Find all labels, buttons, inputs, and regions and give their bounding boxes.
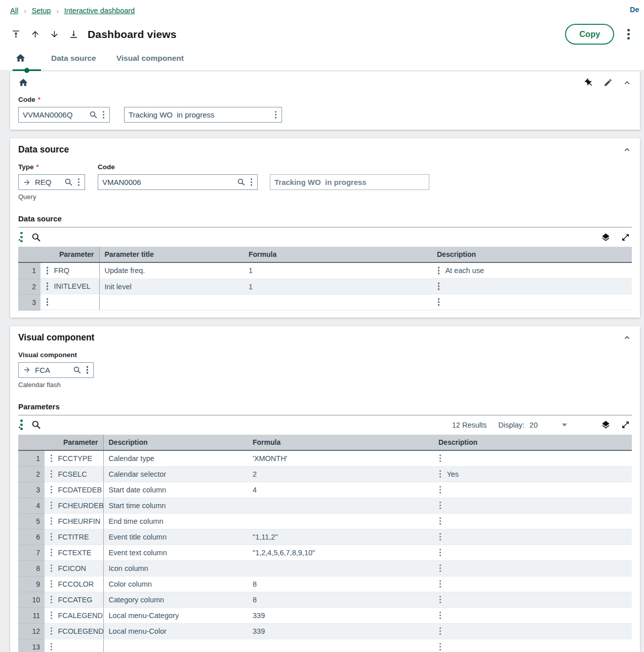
cell-actions-kebab-icon[interactable] [439,489,441,490]
column-header-parameter[interactable]: Parameter [41,247,99,262]
cell-description[interactable] [432,294,632,310]
row-number[interactable]: 3 [18,482,45,498]
cell-title[interactable]: Event text column [103,545,248,561]
row-number[interactable]: 11 [18,608,45,624]
cell-parameter[interactable]: FCTITRE [45,529,103,545]
cell-parameter[interactable]: FCTEXTE [45,545,103,561]
collapse-section-icon[interactable] [622,78,632,88]
cell-parameter[interactable]: FCDATEDEB [45,482,103,498]
row-actions-kebab-icon[interactable] [51,552,52,553]
cell-title[interactable]: Category column [103,592,248,608]
row-number[interactable]: 3 [18,294,41,310]
cell-title[interactable]: Calendar type [103,450,248,467]
cell-formula[interactable]: 339 [248,608,433,624]
row-number[interactable]: 1 [18,262,41,279]
cell-formula[interactable]: 1 [244,279,432,294]
cell-title[interactable]: Init level [99,279,244,294]
cell-parameter[interactable]: FCHEURFIN [45,514,103,529]
cell-description[interactable] [433,498,632,514]
cell-parameter[interactable]: FRQ [41,263,99,279]
row-actions-kebab-icon[interactable] [51,646,52,647]
first-record-button[interactable] [10,28,22,40]
cell-actions-kebab-icon[interactable] [439,505,441,506]
cell-title[interactable]: Icon column [103,561,248,577]
breadcrumb-link-all[interactable]: All [10,7,18,15]
cell-formula[interactable]: 4 [248,482,433,498]
column-header-formula[interactable]: Formula [248,435,433,450]
cell-actions-kebab-icon[interactable] [439,599,441,600]
tab-visual-component[interactable]: Visual component [116,54,184,63]
cell-formula[interactable]: 339 [248,624,433,639]
row-number[interactable]: 8 [18,561,45,577]
cell-description[interactable]: Yes [433,467,632,482]
cell-actions-kebab-icon[interactable] [439,552,441,553]
cell-description[interactable] [433,482,632,498]
cell-description[interactable] [433,592,632,608]
cell-title[interactable]: Calendar selector [103,467,248,482]
cell-description[interactable] [433,624,632,639]
copy-button[interactable]: Copy [565,24,614,45]
datasource-code-field[interactable]: VMAN0006 [98,174,258,190]
column-header-parameter[interactable]: Parameter [45,435,103,450]
cell-formula[interactable]: 2 [248,467,433,482]
grid-search-icon[interactable] [30,232,42,243]
cell-formula[interactable]: "1,11,2" [248,529,433,545]
cell-title[interactable]: Update freq. [99,262,244,279]
cell-title[interactable] [99,294,244,310]
cell-formula[interactable]: "1,2,4,5,6,7,8,9,10" [248,545,433,561]
cell-formula[interactable]: 'XMONTH' [248,450,433,467]
column-header-description[interactable]: Description [103,435,248,450]
search-icon[interactable] [237,178,246,186]
cell-actions-kebab-icon[interactable] [439,520,441,522]
cell-description[interactable] [433,545,632,561]
row-actions-kebab-icon[interactable] [51,505,52,506]
cell-title[interactable]: Local menu-Color [103,624,248,639]
cell-parameter[interactable]: FCICON [45,561,103,577]
cell-title[interactable]: Local menu-Category [103,608,248,624]
cell-parameter[interactable]: FCHEURDEB [45,498,103,514]
row-number[interactable]: 6 [18,529,45,545]
cell-actions-kebab-icon[interactable] [439,567,441,569]
collapse-section-icon[interactable] [622,145,632,155]
jump-arrow-icon[interactable] [23,366,31,374]
code-field[interactable]: VVMAN0006Q [18,107,110,123]
row-actions-kebab-icon[interactable] [51,520,52,522]
row-actions-kebab-icon[interactable] [47,270,48,271]
cell-parameter[interactable] [41,294,99,310]
grid-expand-icon[interactable] [620,419,631,430]
row-number[interactable]: 7 [18,545,45,561]
field-options-kebab-icon[interactable] [251,181,252,183]
cell-parameter[interactable]: FCCATEG [45,592,103,608]
row-number[interactable]: 10 [18,592,45,608]
field-options-kebab-icon[interactable] [78,181,79,183]
cell-title[interactable] [103,639,248,652]
cell-formula[interactable] [248,639,433,652]
search-icon[interactable] [73,366,82,374]
cell-parameter[interactable]: FCCOLOR [45,577,103,592]
cell-parameter[interactable]: FCCTYPE [45,451,103,467]
field-options-kebab-icon[interactable] [103,114,104,116]
row-actions-kebab-icon[interactable] [51,567,52,569]
pin-icon[interactable] [582,76,596,90]
row-number[interactable]: 2 [18,279,41,294]
cell-description[interactable] [433,608,632,624]
collapse-section-icon[interactable] [622,333,632,342]
cell-title[interactable]: Start date column [103,482,248,498]
cell-description[interactable] [433,529,632,545]
field-options-kebab-icon[interactable] [275,114,276,116]
cell-actions-kebab-icon[interactable] [439,646,441,647]
breadcrumb-link-setup[interactable]: Setup [31,7,51,15]
grid-search-icon[interactable] [30,419,42,431]
row-actions-kebab-icon[interactable] [51,473,52,475]
last-record-button[interactable] [68,28,79,40]
row-actions-kebab-icon[interactable] [47,285,48,287]
display-count-dropdown[interactable]: Display: 20 [498,421,567,429]
cell-formula[interactable] [244,294,432,310]
cell-title[interactable]: End time column [103,514,248,529]
row-actions-kebab-icon[interactable] [51,599,52,600]
cell-actions-kebab-icon[interactable] [439,630,441,632]
cell-formula[interactable]: 8 [248,577,433,592]
tab-data-source[interactable]: Data source [51,54,96,63]
previous-record-button[interactable] [29,28,41,40]
cell-title[interactable]: Event title column [103,529,248,545]
